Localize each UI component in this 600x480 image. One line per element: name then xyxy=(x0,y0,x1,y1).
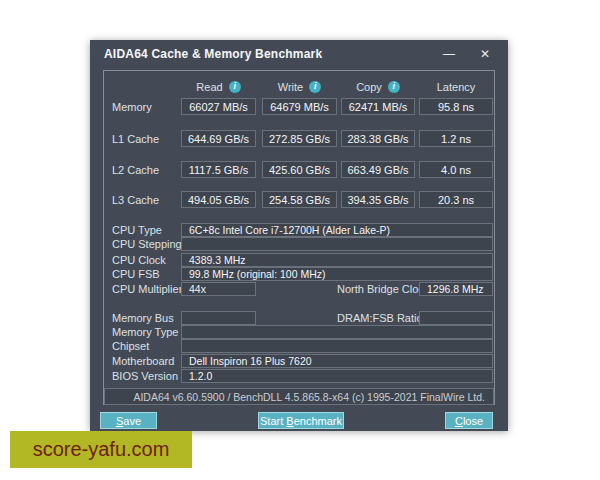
column-header-label: Copy xyxy=(356,81,382,93)
l2-read-value: 1117.5 GB/s xyxy=(181,161,256,178)
info-icon[interactable]: i xyxy=(229,81,241,93)
north-bridge-clock-value: 1296.8 MHz xyxy=(419,282,493,296)
dram-fsb-ratio-value xyxy=(419,311,493,325)
l3-copy-value: 394.35 GB/s xyxy=(341,191,415,208)
l2-latency-value: 4.0 ns xyxy=(419,161,493,178)
memory-write-value: 64679 MB/s xyxy=(262,98,337,115)
save-button-label: Save xyxy=(116,415,141,427)
row-label-memory: Memory xyxy=(112,100,152,114)
memory-copy-value: 62471 MB/s xyxy=(341,98,415,115)
label-memory-type: Memory Type xyxy=(112,325,178,339)
cpu-clock-value: 4389.3 MHz xyxy=(181,253,493,267)
column-header-label: Write xyxy=(278,81,303,93)
label-cpu-stepping: CPU Stepping xyxy=(112,237,182,251)
benchmark-panel: Read i Write i Copy i Latency Memory 660… xyxy=(103,70,495,405)
window-title: AIDA64 Cache & Memory Benchmark xyxy=(104,47,424,61)
l1-read-value: 644.69 GB/s xyxy=(181,130,256,147)
row-label-l2-cache: L2 Cache xyxy=(112,163,159,177)
column-header-write: Write i xyxy=(262,79,337,94)
label-north-bridge-clock: North Bridge Clock xyxy=(337,282,429,296)
save-button[interactable]: Save xyxy=(100,412,157,429)
label-chipset: Chipset xyxy=(112,339,149,353)
cpu-stepping-value xyxy=(181,237,493,251)
label-cpu-fsb: CPU FSB xyxy=(112,267,160,281)
start-benchmark-button-label: Start Benchmark xyxy=(260,415,342,427)
l1-copy-value: 283.38 GB/s xyxy=(341,130,415,147)
column-header-label: Latency xyxy=(437,81,476,93)
cpu-fsb-value: 99.8 MHz (original: 100 MHz) xyxy=(181,267,493,281)
l3-latency-value: 20.3 ns xyxy=(419,191,493,208)
cpu-type-value: 6C+8c Intel Core i7-12700H (Alder Lake-P… xyxy=(181,223,493,237)
cpu-multiplier-value: 44x xyxy=(181,282,256,296)
info-icon[interactable]: i xyxy=(309,81,321,93)
column-header-read: Read i xyxy=(181,79,256,94)
l1-write-value: 272.85 GB/s xyxy=(262,130,337,147)
l2-copy-value: 663.49 GB/s xyxy=(341,161,415,178)
motherboard-value: Dell Inspiron 16 Plus 7620 xyxy=(181,354,493,368)
label-cpu-type: CPU Type xyxy=(112,223,162,237)
row-label-l3-cache: L3 Cache xyxy=(112,193,159,207)
label-bios-version: BIOS Version xyxy=(112,369,178,383)
label-cpu-clock: CPU Clock xyxy=(112,253,166,267)
memory-bus-value xyxy=(181,311,256,325)
l3-write-value: 254.58 GB/s xyxy=(262,191,337,208)
version-info-bar: AIDA64 v6.60.5900 / BenchDLL 4.5.865.8-x… xyxy=(104,388,494,405)
column-header-copy: Copy i xyxy=(341,79,415,94)
memory-read-value: 66027 MB/s xyxy=(181,98,256,115)
close-button-label: Close xyxy=(455,415,483,427)
label-motherboard: Motherboard xyxy=(112,354,174,368)
l1-latency-value: 1.2 ns xyxy=(419,130,493,147)
minimize-icon[interactable]: — xyxy=(438,44,460,64)
l2-write-value: 425.60 GB/s xyxy=(262,161,337,178)
memory-latency-value: 95.8 ns xyxy=(419,98,493,115)
label-cpu-multiplier: CPU Multiplier xyxy=(112,282,182,296)
chipset-value xyxy=(181,339,493,353)
memory-type-value xyxy=(181,325,493,339)
close-button[interactable]: Close xyxy=(445,412,493,429)
watermark: score-yafu.com xyxy=(10,431,192,468)
title-bar: AIDA64 Cache & Memory Benchmark — ✕ xyxy=(90,40,508,68)
column-header-label: Read xyxy=(196,81,222,93)
info-icon[interactable]: i xyxy=(388,81,400,93)
l3-read-value: 494.05 GB/s xyxy=(181,191,256,208)
bios-version-value: 1.2.0 xyxy=(181,369,493,383)
aida64-benchmark-window: AIDA64 Cache & Memory Benchmark — ✕ Read… xyxy=(90,40,508,431)
label-dram-fsb-ratio: DRAM:FSB Ratio xyxy=(337,311,423,325)
start-benchmark-button[interactable]: Start Benchmark xyxy=(258,412,344,429)
column-header-latency: Latency xyxy=(419,79,493,94)
label-memory-bus: Memory Bus xyxy=(112,311,174,325)
close-icon[interactable]: ✕ xyxy=(474,44,496,64)
row-label-l1-cache: L1 Cache xyxy=(112,132,159,146)
